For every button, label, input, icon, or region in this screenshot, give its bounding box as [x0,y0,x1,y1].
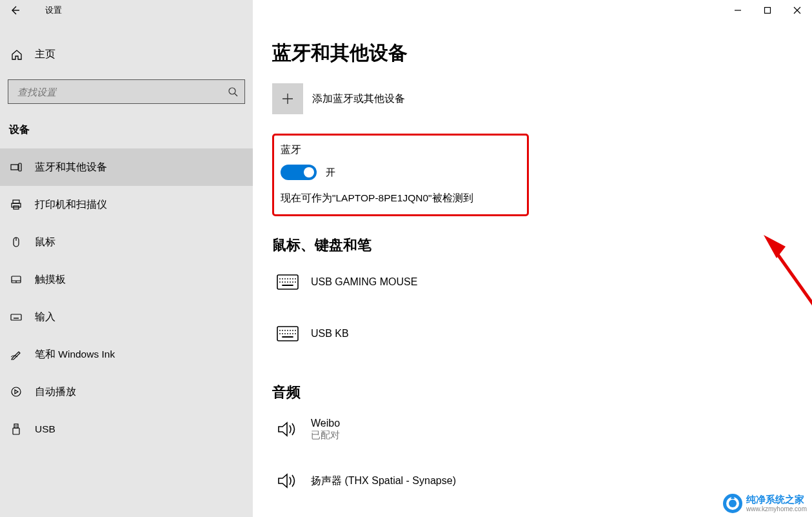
back-arrow-icon [9,5,21,16]
svg-point-1 [229,88,235,94]
search-input[interactable] [17,86,226,97]
home-icon [10,48,23,61]
sidebar-item-label: 笔和 Windows Ink [35,348,115,361]
sidebar-item-usb[interactable]: USB [0,411,253,448]
main-layout: 主页 设备 蓝牙和其他设备 打印机和扫描仪 鼠标 [0,21,812,517]
device-item-speaker[interactable]: 扬声器 (THX Spatial - Synapse) [272,465,793,496]
search-icon [226,86,239,97]
add-device-label: 添加蓝牙或其他设备 [312,92,405,106]
titlebar-left: 设置 [0,0,253,21]
sidebar-item-label: 打印机和扫描仪 [35,198,107,212]
sidebar-item-mouse[interactable]: 鼠标 [0,223,253,261]
pen-icon [9,347,23,361]
close-button[interactable] [782,0,812,21]
sidebar-item-label: 蓝牙和其他设备 [35,161,107,174]
watermark: 纯净系统之家 www.kzmyhome.com [722,492,807,514]
back-button[interactable] [0,0,29,21]
bluetooth-highlight-box: 蓝牙 开 现在可作为"LAPTOP-8PE1JQN0"被检测到 [272,134,529,216]
usb-icon [9,422,23,436]
device-info: Weibo 已配对 [311,418,340,441]
sidebar-item-pen[interactable]: 笔和 Windows Ink [0,336,253,373]
maximize-icon [764,6,771,14]
sidebar-item-printers[interactable]: 打印机和扫描仪 [0,186,253,223]
minimize-button[interactable] [723,0,753,21]
svg-rect-3 [19,163,21,171]
device-item-mouse[interactable]: USB GAMING MOUSE [272,267,793,298]
device-info: USB KB [311,328,349,340]
bluetooth-toggle[interactable] [281,165,317,180]
window-controls [723,0,812,21]
sidebar-item-typing[interactable]: 输入 [0,298,253,336]
sidebar-item-touchpad[interactable]: 触摸板 [0,261,253,298]
window-title: 设置 [45,5,62,16]
svg-rect-5 [12,203,21,207]
sidebar-item-label: 鼠标 [35,236,55,249]
watermark-logo-icon [722,492,744,514]
mouse-icon [9,235,23,249]
add-device-button[interactable]: 添加蓝牙或其他设备 [272,83,793,114]
device-item-keyboard[interactable]: USB KB [272,318,793,349]
sidebar-item-bluetooth[interactable]: 蓝牙和其他设备 [0,148,253,186]
sidebar-home[interactable]: 主页 [0,39,253,70]
watermark-text: 纯净系统之家 www.kzmyhome.com [746,494,807,512]
svg-rect-12 [13,428,19,434]
svg-rect-4 [13,200,19,203]
devices-icon [9,160,23,174]
toggle-knob [304,167,314,177]
device-name: 扬声器 (THX Spatial - Synapse) [311,474,456,488]
svg-rect-0 [765,8,771,14]
bluetooth-discover-text: 现在可作为"LAPTOP-8PE1JQN0"被检测到 [281,192,520,205]
sidebar-item-label: 自动播放 [35,385,76,399]
watermark-url: www.kzmyhome.com [746,505,807,512]
minimize-icon [734,6,742,14]
peripherals-header: 鼠标、键盘和笔 [272,236,793,255]
svg-rect-11 [14,424,18,428]
svg-point-10 [12,387,21,396]
audio-header: 音频 [272,383,793,402]
svg-rect-9 [11,314,21,320]
sidebar-item-label: USB [35,423,55,435]
sidebar-home-label: 主页 [35,48,55,61]
device-name: Weibo [311,418,340,429]
plus-icon [272,83,303,114]
watermark-title: 纯净系统之家 [746,494,807,505]
bluetooth-toggle-label: 开 [326,167,335,179]
device-item-weibo[interactable]: Weibo 已配对 [272,414,793,445]
speaker-icon [272,414,303,445]
search-box[interactable] [8,79,245,104]
sidebar-item-autoplay[interactable]: 自动播放 [0,373,253,411]
sidebar: 主页 设备 蓝牙和其他设备 打印机和扫描仪 鼠标 [0,21,253,517]
keyboard-device-icon [272,318,303,349]
printer-icon [9,198,23,212]
keyboard-icon [9,310,23,324]
sidebar-item-label: 输入 [35,310,55,324]
titlebar: 设置 [0,0,812,21]
touchpad-icon [9,272,23,287]
device-status: 已配对 [311,429,340,441]
page-title: 蓝牙和其他设备 [272,40,793,66]
device-info: USB GAMING MOUSE [311,276,417,288]
close-icon [793,6,801,14]
bluetooth-section-title: 蓝牙 [281,143,520,157]
sidebar-category: 设备 [0,117,253,148]
bluetooth-toggle-row: 开 [281,165,520,180]
autoplay-icon [9,385,23,399]
device-name: USB KB [311,328,349,340]
sidebar-item-label: 触摸板 [35,273,66,287]
svg-rect-2 [11,165,18,170]
device-info: 扬声器 (THX Spatial - Synapse) [311,474,456,488]
speaker-icon [272,465,303,496]
device-name: USB GAMING MOUSE [311,276,417,288]
maximize-button[interactable] [753,0,782,21]
keyboard-device-icon [272,267,303,298]
content: 蓝牙和其他设备 添加蓝牙或其他设备 蓝牙 开 现在可作为"LAPTOP-8PE1… [253,21,812,517]
svg-point-18 [729,500,737,507]
